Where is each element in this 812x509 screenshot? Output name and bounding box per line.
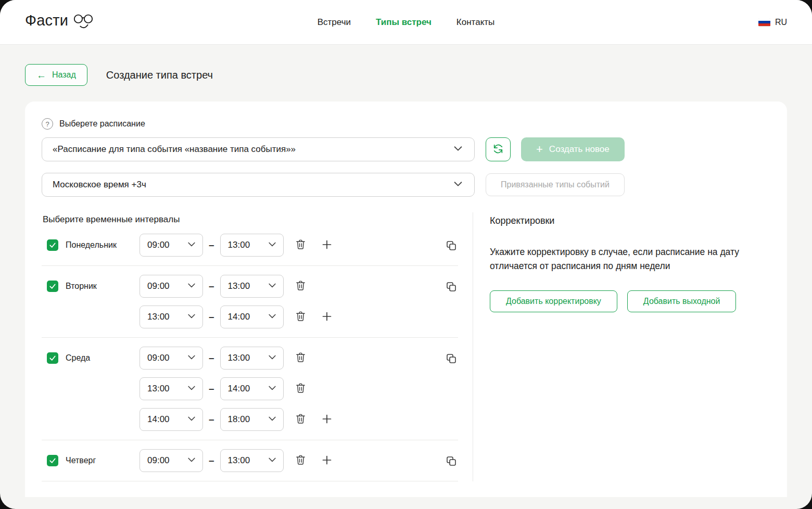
schedule-select-value: «Расписание для типа события «название т…	[53, 144, 296, 155]
day-checkbox[interactable]	[47, 281, 58, 292]
chevron-down-icon	[186, 383, 197, 396]
time-to-value: 14:00	[228, 312, 250, 322]
time-to-select[interactable]: 14:00	[220, 377, 284, 400]
language-selector[interactable]: RU	[758, 18, 787, 27]
interval-dash: –	[209, 281, 214, 292]
add-adjustment-button[interactable]: Добавить корректировку	[490, 290, 617, 312]
nav-item-meeting-types[interactable]: Типы встреч	[376, 17, 432, 28]
timezone-select[interactable]: Московское время +3ч	[42, 173, 475, 197]
copy-day-button[interactable]	[445, 455, 458, 468]
interval-dash: –	[209, 455, 214, 466]
delete-interval-button[interactable]	[294, 279, 308, 293]
time-from-select[interactable]: 09:00	[139, 234, 203, 257]
chevron-down-icon	[186, 352, 197, 365]
delete-interval-button[interactable]	[294, 238, 308, 252]
time-to-select[interactable]: 13:00	[220, 234, 284, 257]
time-from-select[interactable]: 14:00	[139, 408, 203, 431]
main-columns: Выберите временные интервалы Понедельник…	[42, 212, 770, 481]
plus-icon	[321, 310, 333, 324]
app-window: Фасти Встречи Типы встреч Контакты RU ← …	[0, 0, 812, 509]
create-new-schedule-button[interactable]: + Создать новое	[521, 137, 625, 161]
time-interval-row: 09:00 – 13:00	[139, 347, 334, 370]
time-interval-row: 14:00 – 18:00	[139, 408, 334, 431]
time-from-value: 09:00	[147, 455, 170, 466]
time-from-value: 14:00	[147, 414, 170, 425]
day-toggle[interactable]: Понедельник	[47, 239, 139, 251]
day-toggle[interactable]: Четверг	[47, 455, 139, 466]
time-to-select[interactable]: 13:00	[220, 275, 284, 298]
day-checkbox[interactable]	[47, 239, 58, 251]
trash-icon	[295, 238, 307, 252]
plus-icon: +	[536, 144, 543, 155]
delete-interval-button[interactable]	[294, 413, 308, 426]
schedule-select-label-row: ? Выберете расписание	[42, 118, 770, 130]
nav-item-contacts[interactable]: Контакты	[456, 17, 494, 28]
logo[interactable]: Фасти	[25, 12, 94, 33]
day-toggle[interactable]: Вторник	[47, 281, 139, 292]
back-button[interactable]: ← Назад	[25, 64, 87, 86]
delete-interval-button[interactable]	[294, 382, 308, 396]
adjustments-column: Корректировки Укажите корректировку в сл…	[473, 212, 770, 481]
copy-day-button[interactable]	[445, 352, 458, 366]
schedule-select[interactable]: «Расписание для типа события «название т…	[42, 137, 475, 161]
trash-icon	[295, 351, 307, 365]
copy-icon	[445, 455, 458, 469]
time-to-select[interactable]: 13:00	[220, 449, 284, 472]
delete-interval-button[interactable]	[294, 454, 308, 467]
interval-dash: –	[209, 414, 214, 425]
back-arrow-icon: ←	[36, 70, 46, 80]
page-header-row: ← Назад Создание типа встреч	[25, 64, 787, 86]
day-section: Четверг 09:00 – 13:00	[42, 440, 458, 481]
delete-interval-button[interactable]	[294, 351, 308, 365]
russia-flag-icon	[758, 18, 770, 27]
nav-item-meetings[interactable]: Встречи	[318, 17, 351, 28]
time-from-select[interactable]: 09:00	[139, 275, 203, 298]
time-from-select[interactable]: 09:00	[139, 347, 203, 370]
schedule-controls-row: «Расписание для типа события «название т…	[42, 137, 770, 161]
add-day-off-button[interactable]: Добавить выходной	[627, 290, 737, 312]
time-to-select[interactable]: 18:00	[220, 408, 284, 431]
add-interval-button[interactable]	[320, 413, 334, 426]
time-to-select[interactable]: 13:00	[220, 347, 284, 370]
check-icon	[49, 241, 56, 249]
copy-day-button[interactable]	[445, 239, 458, 253]
time-from-select[interactable]: 09:00	[139, 449, 203, 472]
add-interval-button[interactable]	[320, 238, 334, 252]
time-from-select[interactable]: 13:00	[139, 377, 203, 400]
time-to-value: 18:00	[228, 414, 250, 425]
timezone-controls-row: Московское время +3ч Привязанные типы со…	[42, 173, 770, 197]
adjustments-buttons-row: Добавить корректировку Добавить выходной	[490, 290, 770, 312]
day-checkbox[interactable]	[47, 455, 58, 466]
day-toggle[interactable]: Среда	[47, 352, 139, 364]
linked-event-types-button[interactable]: Привязанные типы событий	[486, 173, 625, 196]
copy-day-button[interactable]	[445, 281, 458, 294]
help-icon[interactable]: ?	[42, 118, 53, 130]
time-to-value: 13:00	[228, 240, 250, 250]
day-rows: 09:00 – 13:00	[139, 449, 334, 472]
time-from-select[interactable]: 13:00	[139, 306, 203, 328]
timezone-select-value: Московское время +3ч	[53, 180, 146, 190]
day-rows: 09:00 – 13:00	[139, 347, 334, 431]
refresh-icon	[492, 143, 504, 156]
add-interval-button[interactable]	[320, 310, 334, 324]
add-interval-button[interactable]	[320, 454, 334, 467]
trash-icon	[295, 310, 307, 324]
chevron-down-icon	[267, 311, 277, 324]
time-to-value: 13:00	[228, 455, 250, 466]
trash-icon	[295, 454, 307, 467]
day-label: Четверг	[66, 456, 96, 465]
adjustments-title: Корректировки	[490, 215, 770, 226]
interval-dash: –	[209, 352, 214, 364]
chevron-down-icon	[186, 239, 197, 252]
plus-icon	[321, 454, 333, 468]
refresh-schedules-button[interactable]	[486, 137, 511, 161]
intervals-title: Выберите временные интервалы	[43, 214, 458, 225]
language-code: RU	[775, 18, 787, 27]
chevron-down-icon	[267, 352, 277, 365]
trash-icon	[295, 413, 307, 426]
delete-interval-button[interactable]	[294, 310, 308, 324]
day-block: Четверг 09:00 – 13:00	[42, 440, 458, 481]
day-checkbox[interactable]	[47, 352, 58, 364]
time-interval-row: 09:00 – 13:00	[139, 449, 334, 472]
time-to-select[interactable]: 14:00	[220, 306, 284, 328]
